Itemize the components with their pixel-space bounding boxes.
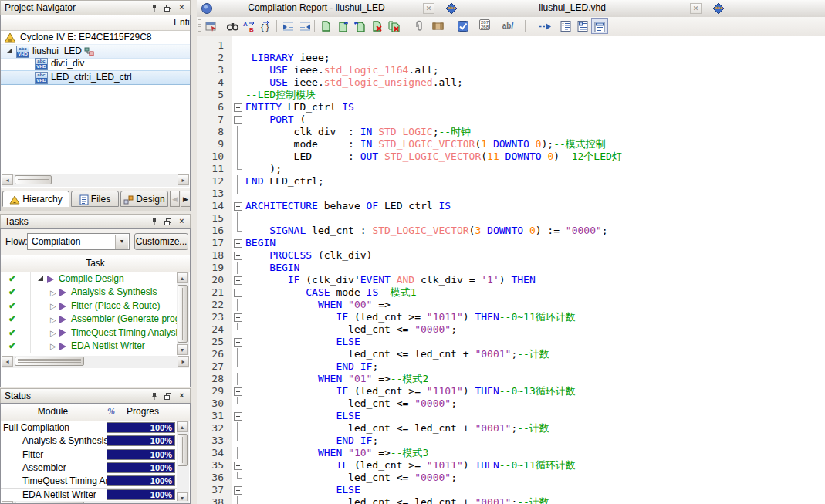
bookmark-prev-icon[interactable] [351, 18, 368, 34]
code-line[interactable]: 8 clk_div : IN STD_LOGIC;--时钟 [197, 126, 825, 138]
code-line[interactable]: 1 [197, 39, 825, 52]
fold-collapse-icon[interactable] [232, 274, 244, 286]
code-line[interactable]: 18 PROCESS (clk_div) [197, 249, 825, 262]
code-line[interactable]: 22 WHEN "00" => [197, 299, 825, 311]
fold-collapse-icon[interactable] [232, 113, 244, 126]
outdent-icon[interactable] [296, 18, 313, 34]
code-line[interactable]: 14ARCHITECTURE behave OF LED_ctrl IS [197, 200, 825, 212]
flow-select[interactable]: Compilation ▼ [27, 233, 130, 250]
fold-collapse-icon[interactable] [232, 286, 244, 299]
expander-closed-icon[interactable]: ▷ [50, 326, 59, 340]
task-row-assembler-generate-prog[interactable]: ✔▷Assembler (Generate prog [1, 313, 177, 326]
code-line[interactable]: 36 led_cnt <= "0000"; [197, 472, 825, 484]
code-line[interactable]: 10 LED : OUT STD_LOGIC_VECTOR(11 DOWNTO … [197, 151, 825, 163]
scroll-thumb[interactable] [178, 434, 188, 466]
fold-collapse-icon[interactable] [232, 336, 244, 348]
line-numbers-icon[interactable]: 267268 [473, 18, 496, 34]
task-row-timequest-timing-analysis[interactable]: ✔▷TimeQuest Timing Analysis [1, 326, 177, 340]
code-line[interactable]: 21 CASE mode IS--模式1 [197, 286, 825, 299]
code-line[interactable]: 17BEGIN [197, 237, 825, 249]
bookmark-delete-icon[interactable] [368, 18, 385, 34]
scroll-thumb[interactable] [15, 175, 52, 184]
code-line[interactable]: 34 WHEN "10" =>--模式3 [197, 447, 825, 459]
code-line[interactable]: 11 ); [197, 163, 825, 175]
code-line[interactable]: 4 USE ieee.std_logic_unsigned.all; [197, 76, 825, 89]
expander-closed-icon[interactable]: ▷ [50, 286, 59, 299]
code-line[interactable]: 2 LIBRARY ieee; [197, 52, 825, 64]
fold-collapse-icon[interactable] [232, 249, 244, 262]
code-line[interactable]: 9 mode : IN STD_LOGIC_VECTOR(1 DOWNTO 0)… [197, 138, 825, 151]
code-line[interactable]: 38 led_cnt <= led_cnt + "0001";--计数 [197, 496, 825, 504]
code-line[interactable]: 20 IF (clk_div'EVENT AND clk_div = '1') … [197, 274, 825, 286]
scroll-right-icon[interactable]: ▸ [178, 356, 189, 367]
view-doc-3-icon[interactable] [591, 18, 608, 34]
document-tab-compilation-report-liushui-led[interactable]: Compilation Report - liushui_LED✕ [197, 0, 441, 17]
tasks-vscrollbar[interactable]: ▴ ▾ [177, 272, 189, 355]
code-line[interactable]: 37 ELSE [197, 484, 825, 496]
task-row-analysis-synthesis[interactable]: ✔▷Analysis & Synthesis [1, 286, 177, 299]
fold-collapse-icon[interactable] [232, 385, 244, 397]
scroll-up-icon[interactable]: ▴ [177, 272, 188, 283]
code-line[interactable]: 25 ELSE [197, 336, 825, 348]
scroll-left-icon[interactable]: ◂ [2, 356, 13, 367]
code-line[interactable]: 33 END IF; [197, 435, 825, 447]
code-line[interactable]: 15 [197, 212, 825, 225]
expander-open-icon[interactable] [38, 276, 43, 281]
code-line[interactable]: 28 WHEN "01" =>--模式2 [197, 373, 825, 385]
status-column-headers[interactable]: Module % Progres [1, 404, 190, 421]
code-line[interactable]: 16 SIGNAL led_cnt : STD_LOGIC_VECTOR(3 D… [197, 225, 825, 237]
fold-collapse-icon[interactable] [232, 484, 244, 496]
code-line[interactable]: 3 USE ieee.std_logic_1164.all; [197, 64, 825, 76]
tab-scroll-right-icon[interactable]: ▶ [181, 191, 191, 207]
match-brace-icon[interactable]: { } [258, 18, 275, 34]
close-icon[interactable]: × [176, 391, 188, 401]
bookmark-next-icon[interactable] [334, 18, 351, 34]
code-line[interactable]: 35 IF (led_cnt >= "1011") THEN--0~11循环计数 [197, 459, 825, 472]
scroll-thumb[interactable] [178, 285, 188, 343]
sidebar-tab-hierarchy[interactable]: Hierarchy [2, 191, 69, 207]
task-row-eda-netlist-writer[interactable]: ✔▷EDA Netlist Writer [1, 340, 177, 353]
project-navigator-hscrollbar[interactable]: ◂ ▸ [2, 174, 189, 187]
toolbar-drag-handle[interactable] [198, 19, 201, 33]
task-row-compile-design[interactable]: ✔Compile Design [1, 272, 177, 286]
float-icon[interactable] [162, 391, 174, 401]
fold-collapse-icon[interactable] [232, 311, 244, 323]
sidebar-tab-files[interactable]: Files [71, 191, 119, 207]
tree-item-cyclone-iv-e-ep4ce115f29c8[interactable]: Cyclone IV E: EP4CE115F29C8 [1, 31, 190, 44]
tree-item-led-ctrl-i-led-ctrl[interactable]: abcVHDLED_ctrl:i_LED_ctrl [1, 70, 190, 85]
document-tab-partial[interactable]: abc [708, 0, 825, 17]
attach-file-icon[interactable] [411, 18, 428, 34]
entity-column-header[interactable]: Entit [1, 15, 190, 31]
customize-button[interactable]: Customize... [134, 233, 188, 250]
find-icon[interactable] [224, 18, 241, 34]
chevron-down-icon[interactable]: ▼ [115, 235, 128, 249]
code-line[interactable]: 12END LED_ctrl; [197, 175, 825, 188]
fold-collapse-icon[interactable] [232, 237, 244, 249]
analyze-file-icon[interactable] [455, 18, 472, 34]
close-icon[interactable]: × [176, 216, 188, 227]
pin-icon[interactable] [148, 216, 160, 227]
replace-icon[interactable]: AB [241, 18, 258, 34]
tab-close-icon[interactable]: ✕ [423, 3, 434, 14]
code-line[interactable]: 29 IF (led_cnt >= "1101") THEN--0~13循环计数 [197, 385, 825, 397]
pin-icon[interactable] [148, 2, 160, 13]
expander-open-icon[interactable] [7, 48, 12, 53]
bookmark-delete-all-icon[interactable] [385, 18, 402, 34]
code-line[interactable]: 26 led_cnt <= led_cnt + "0001";--计数 [197, 348, 825, 360]
scroll-up-icon[interactable]: ▴ [177, 421, 188, 432]
code-editor-area[interactable]: 12 LIBRARY ieee;3 USE ieee.std_logic_116… [197, 36, 825, 504]
task-column-header[interactable]: Task [1, 255, 190, 272]
code-line[interactable]: 7 PORT ( [197, 113, 825, 126]
tab-scroll-left-icon[interactable]: ◀ [170, 191, 180, 207]
expander-closed-icon[interactable]: ▷ [50, 313, 59, 326]
pin-icon[interactable] [148, 391, 160, 401]
sidebar-tab-design[interactable]: Design [120, 191, 168, 207]
code-line[interactable]: 24 led_cnt <= "0000"; [197, 323, 825, 336]
fold-collapse-icon[interactable] [232, 410, 244, 422]
document-tab-liushui-led-vhd[interactable]: abcliushui_LED.vhd✕ [441, 0, 708, 17]
float-icon[interactable] [162, 216, 174, 227]
close-icon[interactable]: × [176, 2, 188, 13]
tab-close-icon[interactable]: ✕ [690, 3, 702, 14]
code-line[interactable]: 5--LED控制模块 [197, 89, 825, 101]
tree-item-div-i-div[interactable]: abcVHDdiv:i_div [1, 57, 190, 70]
